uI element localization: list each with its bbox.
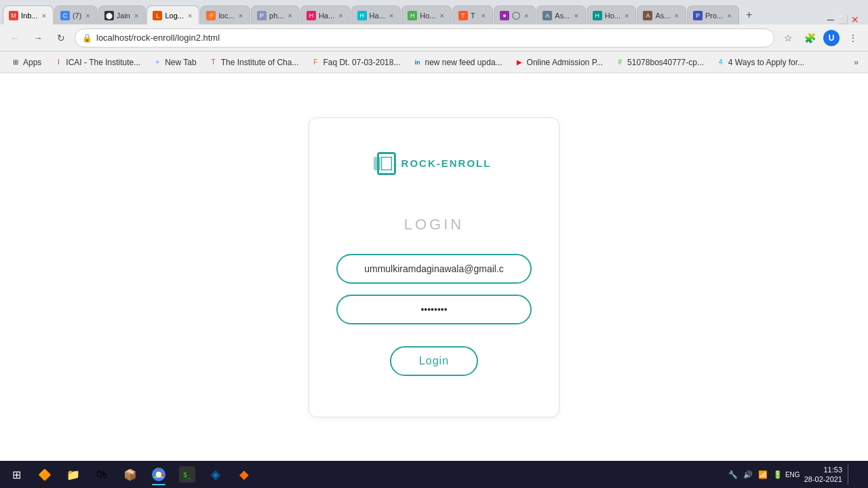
tab-favicon-php: P <box>257 11 267 20</box>
svg-point-3 <box>156 472 161 477</box>
tab-7[interactable]: C (7) × <box>54 5 98 24</box>
bookmark-apps[interactable]: ⊞ Apps <box>5 56 47 69</box>
bookmark-favicon-icai: I <box>54 58 63 67</box>
files-icon: 📁 <box>65 466 81 483</box>
tab-close-pro[interactable]: × <box>726 11 732 20</box>
bookmark-icai[interactable]: I ICAI - The Institute... <box>48 56 146 69</box>
start-button[interactable]: ⊞ <box>3 462 30 487</box>
tab-home[interactable]: H Ho... × <box>401 5 452 24</box>
tab-bar: M Inb... × C (7) × ⬤ Jain × L Log... × ⚡… <box>0 0 868 24</box>
tab-label-ass2: As... <box>655 12 670 20</box>
logo-area: ROCK-ENROLL <box>377 152 492 175</box>
tab-close-ass2[interactable]: × <box>673 11 680 20</box>
tab-t[interactable]: T T × <box>452 5 493 24</box>
tab-close-php[interactable]: × <box>286 11 293 20</box>
taskbar-terminal[interactable]: $_ <box>174 462 201 487</box>
bookmark-star-button[interactable]: ☆ <box>778 29 797 48</box>
user-profile-button[interactable]: U <box>822 29 841 48</box>
tab-github[interactable]: ⬤ Jain × <box>98 5 146 24</box>
tab-label-ass1: As... <box>555 12 570 20</box>
minimize-button[interactable]: ─ <box>826 15 835 24</box>
nav-icons: ☆ 🧩 U ⋮ <box>778 29 863 48</box>
login-card: ROCK-ENROLL LOGIN Login <box>309 117 559 417</box>
tab-ass1[interactable]: A As... × <box>536 5 585 24</box>
show-desktop-button[interactable] <box>848 464 860 485</box>
tab-ha1[interactable]: H Ha... × <box>300 5 351 24</box>
tab-ha2[interactable]: H Ha... × <box>351 5 401 24</box>
tab-purple[interactable]: ● ◯ × <box>494 5 536 24</box>
tray-icon-lang[interactable]: ENG <box>787 468 799 481</box>
taskbar-store[interactable]: 🛍 <box>88 462 115 487</box>
password-input[interactable] <box>336 295 532 324</box>
bookmark-linkedin[interactable]: in new new feed upda... <box>407 56 507 69</box>
refresh-button[interactable]: ↻ <box>52 29 71 48</box>
tray-icon-battery[interactable]: 🔋 <box>772 468 784 481</box>
sublime-icon: ◆ <box>236 466 252 483</box>
new-tab-button[interactable]: + <box>740 5 759 24</box>
taskbar-chrome[interactable] <box>145 462 172 487</box>
tray-icon-network[interactable]: 📶 <box>757 468 769 481</box>
tab-label-purple: ◯ <box>512 11 520 20</box>
taskbar-vscode[interactable]: ◈ <box>202 462 229 487</box>
close-button[interactable]: ✕ <box>850 15 860 24</box>
tab-favicon-7: C <box>60 11 70 20</box>
tab-close-ha2[interactable]: × <box>388 11 395 20</box>
tab-close-7[interactable]: × <box>84 11 91 20</box>
taskbar-files[interactable]: 📁 <box>60 462 87 487</box>
tab-close-loc[interactable]: × <box>237 11 244 20</box>
bookmark-institute[interactable]: T The Institute of Cha... <box>203 56 304 69</box>
tab-pro[interactable]: P Pro... × <box>687 5 739 24</box>
bookmark-label-youtube: Online Admission P... <box>527 58 604 67</box>
tab-gmail[interactable]: M Inb... × <box>3 5 54 24</box>
tab-favicon-loc: ⚡ <box>206 11 216 20</box>
email-form-group <box>336 254 532 284</box>
taskbar-vlc[interactable]: 🔶 <box>31 462 58 487</box>
bookmark-youtube[interactable]: ▶ Online Admission P... <box>509 56 609 69</box>
page-content: ROCK-ENROLL LOGIN Login <box>0 73 868 461</box>
forward-button[interactable]: → <box>28 29 47 48</box>
tab-label-pro: Pro... <box>705 12 723 20</box>
tab-favicon-ha1: H <box>307 11 316 20</box>
login-button[interactable]: Login <box>390 346 478 376</box>
tab-label-login: Log... <box>165 12 184 20</box>
bookmark-label-ways: 4 Ways to Apply for... <box>728 58 804 67</box>
address-bar[interactable]: 🔒 localhost/rock-enroll/login2.html <box>75 29 774 48</box>
tab-close-github[interactable]: × <box>133 11 140 20</box>
tab-favicon-hop: H <box>593 11 602 20</box>
tab-close-hop[interactable]: × <box>623 11 630 20</box>
tab-favicon-ass2: A <box>643 11 652 20</box>
tab-loc[interactable]: ⚡ loc... × <box>200 5 250 24</box>
taskbar-zip[interactable]: 📦 <box>117 462 144 487</box>
email-input[interactable] <box>336 254 532 284</box>
bookmark-ways[interactable]: 4 4 Ways to Apply for... <box>711 56 810 69</box>
maximize-button[interactable]: ⬜ <box>838 15 848 24</box>
tray-icon-2[interactable]: 🔊 <box>742 468 754 481</box>
more-options-button[interactable]: ⋮ <box>844 29 863 48</box>
tab-close-home[interactable]: × <box>438 11 445 20</box>
bookmark-favicon-new-tab: + <box>153 58 162 67</box>
bookmarks-more-button[interactable]: » <box>850 56 863 69</box>
taskbar-sublime[interactable]: ◆ <box>231 462 258 487</box>
tab-close-ass1[interactable]: × <box>572 11 579 20</box>
tab-hop[interactable]: H Ho... × <box>587 5 637 24</box>
tab-close-t[interactable]: × <box>479 11 486 20</box>
tab-close-purple[interactable]: × <box>523 11 530 20</box>
taskbar: ⊞ 🔶 📁 🛍 📦 $_ <box>0 461 868 488</box>
bookmark-num[interactable]: # 51078bos40777-cp... <box>610 56 709 69</box>
tab-close-login[interactable]: × <box>186 11 193 20</box>
bookmark-faq[interactable]: F Faq Dt. 07-03-2018... <box>305 56 406 69</box>
tab-label-github: Jain <box>117 12 130 20</box>
tab-close-gmail[interactable]: × <box>40 11 47 20</box>
bookmark-new-tab[interactable]: + New Tab <box>147 56 201 69</box>
tab-close-ha1[interactable]: × <box>337 11 344 20</box>
tab-ass2[interactable]: A As... × <box>637 5 686 24</box>
password-form-group <box>336 295 532 324</box>
tab-php[interactable]: P ph... × <box>251 5 300 24</box>
extension-puzzle-button[interactable]: 🧩 <box>800 29 819 48</box>
tab-login[interactable]: L Log... × <box>146 5 199 24</box>
bookmark-favicon-num: # <box>615 58 625 67</box>
tray-icon-1[interactable]: 🔧 <box>727 468 739 481</box>
profile-avatar[interactable]: U <box>823 30 840 46</box>
back-button[interactable]: ← <box>5 29 24 48</box>
chrome-icon <box>151 466 167 483</box>
